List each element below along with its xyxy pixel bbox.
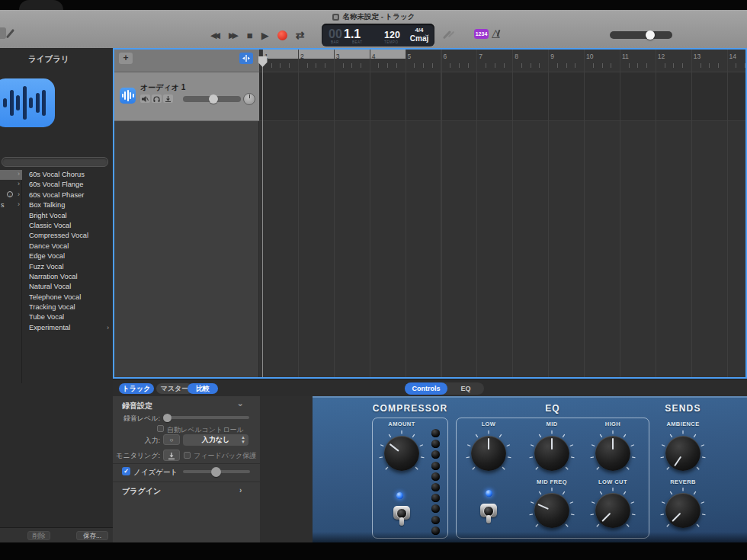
garageband-window: 名称未設定 - トラック ◀◀ ▶▶ ■ ▶ ⇄ 00 1.1 BAR BEAT… <box>0 0 747 560</box>
library-sidebar: ライブラリ › › ↓ › s › 60s Voca <box>0 48 113 542</box>
master-volume-slider[interactable] <box>610 31 672 39</box>
ambience-knob-label: AMBIENCE <box>656 421 710 427</box>
patch-list-item[interactable]: Experimental › <box>23 323 113 333</box>
save-button[interactable]: 保存... <box>76 531 108 540</box>
mute-button[interactable] <box>140 94 150 103</box>
timeline-grid[interactable]: 1234567891011121314 <box>259 48 747 379</box>
patch-list-item[interactable]: 60s Vocal Chorus › <box>23 170 113 180</box>
automation-button[interactable] <box>239 53 253 64</box>
high-knob[interactable] <box>588 429 637 478</box>
add-track-button[interactable]: + <box>119 53 133 64</box>
audio-track-icon <box>120 88 136 104</box>
track-volume-slider[interactable] <box>183 96 241 102</box>
auto-level-checkbox[interactable] <box>157 425 164 432</box>
patch-list-item[interactable]: Telephone Vocal › <box>23 293 113 302</box>
amount-knob[interactable] <box>377 429 426 478</box>
compressor-title: COMPRESSOR <box>372 403 448 414</box>
patch-list-item[interactable]: 60s Vocal Flange › <box>23 180 113 190</box>
lcd-time-signature[interactable]: 4/4 <box>409 27 430 34</box>
metronome-button[interactable]: △ <box>492 27 500 39</box>
smart-controls-area: COMPRESSOR AMOUNT EQ LOW MID HIGH MID FR… <box>260 396 747 542</box>
forward-button[interactable]: ▶▶ <box>229 31 239 40</box>
input-source-select[interactable]: 入力なし ▲▼ <box>183 434 248 446</box>
lcd-display[interactable]: 00 1.1 BAR BEAT 120 TEMPO 4/4 Cmaj › <box>322 24 434 46</box>
stop-button[interactable]: ■ <box>247 30 253 40</box>
noise-gate-slider[interactable] <box>183 470 250 473</box>
track-name[interactable]: オーディオ 1 <box>140 82 185 93</box>
smart-controls-blue-panel: COMPRESSOR AMOUNT EQ LOW MID HIGH MID FR… <box>313 396 747 542</box>
lcd-chevron-down-icon[interactable]: › <box>423 34 431 37</box>
input-monitoring-button[interactable] <box>163 94 173 103</box>
high-knob-label: HIGH <box>586 421 640 427</box>
low-knob[interactable] <box>464 429 513 478</box>
mid-freq-knob-label: MID FREQ <box>525 478 579 485</box>
patch-list-item[interactable]: Narration Vocal › <box>23 272 113 282</box>
master-volume-thumb[interactable] <box>646 30 655 40</box>
recording-settings-header[interactable]: 録音設定 <box>122 401 152 411</box>
category-row[interactable]: › <box>0 180 22 190</box>
tracks-area: + オーディオ 1 <box>113 48 747 379</box>
input-format-button[interactable]: ○ <box>163 434 180 445</box>
track-volume-thumb[interactable] <box>209 94 218 104</box>
eq-power-switch[interactable] <box>480 504 497 524</box>
chevron-right-icon: › <box>18 200 20 208</box>
mid-freq-knob[interactable] <box>527 486 576 535</box>
patch-list-item[interactable]: 60s Vocal Phaser › <box>23 190 113 200</box>
chevron-right-icon: › <box>18 190 20 198</box>
record-button[interactable] <box>277 30 287 40</box>
background-strip <box>0 0 747 10</box>
noise-gate-checkbox[interactable]: ✓ <box>122 467 130 475</box>
patch-list-item[interactable]: Dance Vocal › <box>23 242 113 251</box>
tab-controls[interactable]: Controls <box>405 382 447 395</box>
compare-button[interactable]: 比較 <box>188 383 218 394</box>
record-level-slider[interactable] <box>164 416 249 419</box>
pencil-icon[interactable] <box>6 29 14 38</box>
mid-knob[interactable] <box>527 429 576 478</box>
play-button[interactable]: ▶ <box>261 30 269 40</box>
count-in-button[interactable]: 1234 <box>474 29 489 39</box>
background-strip <box>0 542 747 560</box>
monitoring-button[interactable] <box>163 450 180 461</box>
record-level-thumb[interactable] <box>163 414 172 422</box>
chevron-right-icon: › <box>18 170 20 178</box>
patch-list-item[interactable]: Edge Vocal › <box>23 251 113 261</box>
patch-list-item[interactable]: Classic Vocal › <box>23 221 113 231</box>
background-photo-fragment <box>19 0 63 10</box>
library-toggle-button[interactable] <box>0 27 6 39</box>
chevron-right-icon: › <box>107 323 109 333</box>
patch-list-item[interactable]: Box Talking › <box>23 200 113 210</box>
patch-list-item[interactable]: Tracking Vocal › <box>23 302 113 312</box>
noise-gate-thumb[interactable] <box>211 467 221 477</box>
patch-list-item[interactable]: Bright Vocal › <box>23 211 113 221</box>
lcd-tempo-value[interactable]: 120 <box>384 30 400 40</box>
category-row[interactable]: s › <box>0 200 22 210</box>
category-row-selected[interactable]: › <box>0 170 22 180</box>
plugins-header[interactable]: プラグイン <box>122 486 161 497</box>
patch-list-item[interactable]: Natural Vocal › <box>23 282 113 292</box>
feedback-protection-checkbox[interactable] <box>184 452 191 459</box>
category-row[interactable]: ↓ › <box>0 190 22 200</box>
ambience-knob[interactable] <box>659 429 707 478</box>
chevron-down-icon[interactable]: › <box>236 404 245 406</box>
document-proxy-icon <box>332 14 339 21</box>
reverb-knob[interactable] <box>659 486 707 535</box>
category-column: › › ↓ › s › <box>0 170 22 383</box>
headphones-solo-button[interactable] <box>152 94 162 103</box>
pan-knob[interactable] <box>243 93 255 105</box>
patch-name-field[interactable] <box>2 157 108 167</box>
compressor-power-switch[interactable] <box>393 506 410 526</box>
rewind-button[interactable]: ◀◀ <box>210 31 220 40</box>
tab-eq[interactable]: EQ <box>447 382 484 395</box>
low-cut-knob-label: LOW CUT <box>586 478 640 485</box>
tab-track[interactable]: トラック <box>119 383 154 394</box>
title-bar: 名称未設定 - トラック <box>0 12 747 21</box>
track-header-audio-1[interactable]: オーディオ 1 <box>113 72 259 121</box>
cycle-button[interactable]: ⇄ <box>296 30 305 40</box>
library-footer: 削除 保存... <box>0 527 113 542</box>
low-cut-knob[interactable] <box>588 486 637 535</box>
patch-list-item[interactable]: Compressed Vocal › <box>23 231 113 241</box>
chevron-right-icon[interactable]: › <box>239 486 242 494</box>
delete-button[interactable]: 削除 <box>27 531 50 540</box>
patch-list-item[interactable]: Tube Vocal › <box>23 312 113 322</box>
patch-list-item[interactable]: Fuzz Vocal › <box>23 262 113 272</box>
